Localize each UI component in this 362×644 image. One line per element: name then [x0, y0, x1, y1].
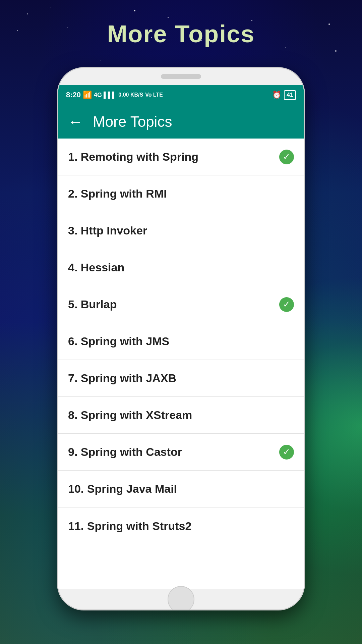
list-item-text: 7. Spring with JAXB [68, 372, 176, 385]
alarm-icon: ⏰ [272, 91, 281, 99]
list-item-text: 4. Hessian [68, 261, 124, 274]
list-item-text: 9. Spring with Castor [68, 445, 182, 459]
check-icon: ✓ [279, 150, 294, 164]
phone-top-bar [58, 68, 304, 85]
phone-screen: 8:20 📶 4G ▌▌▌ 0.00 KB/S Vo LTE ⏰ 41 ← Mo… [58, 85, 304, 589]
page-title: More Topics [0, 20, 362, 48]
topics-list: 1. Remoting with Spring✓2. Spring with R… [58, 139, 304, 589]
phone-speaker [161, 74, 201, 79]
list-item-text: 3. Http Invoker [68, 224, 147, 237]
list-item-text: 1. Remoting with Spring [68, 150, 198, 163]
list-item-text: 5. Burlap [68, 298, 117, 311]
app-header: ← More Topics [58, 105, 304, 139]
signal-bars: 4G ▌▌▌ [94, 92, 116, 99]
back-button[interactable]: ← [68, 113, 83, 130]
list-item-text: 2. Spring with RMI [68, 187, 167, 200]
signal-icon: 📶 [83, 91, 92, 99]
list-item[interactable]: 8. Spring with XStream [58, 397, 304, 434]
battery-indicator: 41 [284, 90, 296, 100]
list-item[interactable]: 10. Spring Java Mail [58, 471, 304, 507]
list-item[interactable]: 7. Spring with JAXB [58, 360, 304, 397]
data-speed: 0.00 KB/S [118, 92, 143, 98]
list-item[interactable]: 11. Spring with Struts2 [58, 507, 304, 544]
list-item[interactable]: 9. Spring with Castor✓ [58, 434, 304, 471]
list-item-text: 10. Spring Java Mail [68, 482, 177, 495]
phone-bottom-bar [58, 589, 304, 609]
list-item[interactable]: 6. Spring with JMS [58, 323, 304, 360]
status-left: 8:20 📶 4G ▌▌▌ 0.00 KB/S Vo LTE [66, 91, 163, 99]
status-right: ⏰ 41 [272, 90, 296, 100]
list-item[interactable]: 4. Hessian [58, 249, 304, 286]
phone-mockup: 8:20 📶 4G ▌▌▌ 0.00 KB/S Vo LTE ⏰ 41 ← Mo… [57, 67, 305, 610]
check-icon: ✓ [279, 445, 294, 460]
list-item[interactable]: 5. Burlap✓ [58, 286, 304, 323]
status-time: 8:20 [66, 91, 81, 99]
app-header-title: More Topics [93, 113, 172, 130]
list-item-text: 6. Spring with JMS [68, 335, 169, 348]
list-item[interactable]: 3. Http Invoker [58, 212, 304, 249]
list-item-text: 8. Spring with XStream [68, 409, 192, 422]
status-bar: 8:20 📶 4G ▌▌▌ 0.00 KB/S Vo LTE ⏰ 41 [58, 85, 304, 105]
volte-icon: Vo LTE [145, 92, 163, 98]
list-item-text: 11. Spring with Struts2 [68, 520, 191, 533]
check-icon: ✓ [279, 297, 294, 312]
list-item[interactable]: 1. Remoting with Spring✓ [58, 139, 304, 175]
list-item[interactable]: 2. Spring with RMI [58, 175, 304, 212]
home-button[interactable] [168, 586, 194, 610]
